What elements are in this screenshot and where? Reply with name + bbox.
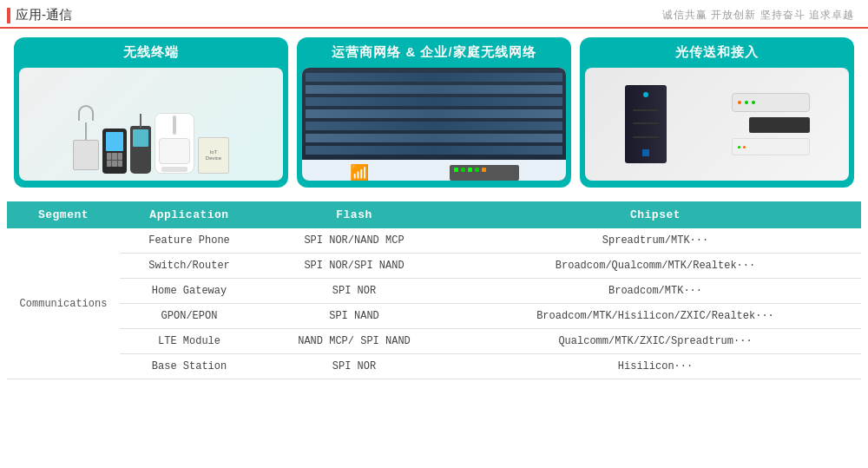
table-row: GPON/EPONSPI NANDBroadcom/MTK/Hisilicon/… (7, 304, 861, 329)
optical-devices-col (732, 93, 810, 155)
optical-box (749, 117, 810, 133)
flash-cell: SPI NOR/NAND MCP (259, 228, 450, 254)
chipset-cell: Qualcomm/MTK/ZXIC/Spreadtrum··· (450, 329, 861, 354)
flash-cell: NAND MCP/ SPI NAND (259, 329, 450, 354)
title-text: 应用-通信 (16, 7, 72, 23)
page-header: 应用-通信 诚信共赢 开放创新 坚持奋斗 追求卓越 (0, 0, 868, 29)
optical-long-box (732, 138, 810, 155)
application-cell: Home Gateway (120, 279, 259, 304)
application-cell: GPON/EPON (120, 304, 259, 329)
server-rack-visual (302, 68, 566, 160)
chipset-cell: Broadcom/MTK··· (450, 279, 861, 304)
card2-server: 📶 (302, 68, 566, 181)
flash-cell: SPI NOR/SPI NAND (259, 254, 450, 279)
col-header-flash: Flash (259, 201, 450, 228)
segment-cell: Communications (7, 228, 120, 379)
table-header-row: Segment Application Flash Chipset (7, 201, 861, 228)
card3-devices (585, 68, 849, 181)
table-row: Home GatewaySPI NORBroadcom/MTK··· (7, 279, 861, 304)
table-row: Switch/RouterSPI NOR/SPI NANDBroadcom/Qu… (7, 254, 861, 279)
title-accent (7, 8, 10, 23)
wifi-tower-icon: 📶 (350, 163, 369, 181)
chipset-cell: Spreadtrum/MTK··· (450, 228, 861, 254)
chipset-cell: Hisilicon··· (450, 354, 861, 379)
col-header-segment: Segment (7, 201, 120, 228)
col-header-application: Application (120, 201, 259, 228)
application-cell: Feature Phone (120, 228, 259, 254)
card3-title: 光传送和接入 (580, 37, 854, 68)
table-row: LTE ModuleNAND MCP/ SPI NANDQualcomm/MTK… (7, 329, 861, 354)
card2-image: 📶 (302, 68, 566, 181)
flash-cell: SPI NAND (259, 304, 450, 329)
data-table-section: Segment Application Flash Chipset Commun… (0, 201, 868, 379)
communications-table: Segment Application Flash Chipset Commun… (7, 201, 861, 379)
flash-cell: SPI NOR (259, 354, 450, 379)
application-cell: Switch/Router (120, 254, 259, 279)
table-row: CommunicationsFeature PhoneSPI NOR/NAND … (7, 228, 861, 254)
table-body: CommunicationsFeature PhoneSPI NOR/NAND … (7, 228, 861, 379)
network-switch-device (450, 165, 519, 181)
optical-router (732, 93, 810, 112)
card-optical: 光传送和接入 (580, 37, 854, 188)
card-wireless-terminal: 无线终端 (14, 37, 288, 188)
card3-image (585, 68, 849, 181)
card1-title: 无线终端 (14, 37, 288, 68)
chipset-cell: Broadcom/Qualcomm/MTK/Realtek··· (450, 254, 861, 279)
application-cell: LTE Module (120, 329, 259, 354)
flash-cell: SPI NOR (259, 279, 450, 304)
card2-bottom-devices: 📶 (302, 160, 566, 181)
col-header-chipset: Chipset (450, 201, 861, 228)
page-title: 应用-通信 (7, 7, 72, 23)
header-slogan: 诚信共赢 开放创新 坚持奋斗 追求卓越 (662, 8, 854, 23)
card1-devices: IoTDevice (19, 68, 283, 181)
chipset-cell: Broadcom/MTK/Hisilicon/ZXIC/Realtek··· (450, 304, 861, 329)
cards-section: 无线终端 (0, 37, 868, 188)
optical-onu (625, 85, 667, 163)
table-row: Base StationSPI NORHisilicon··· (7, 354, 861, 379)
card1-image: IoTDevice (19, 68, 283, 181)
card-network: 运营商网络 & 企业/家庭无线网络 📶 (297, 37, 571, 188)
application-cell: Base Station (120, 354, 259, 379)
card2-title: 运营商网络 & 企业/家庭无线网络 (297, 37, 571, 68)
